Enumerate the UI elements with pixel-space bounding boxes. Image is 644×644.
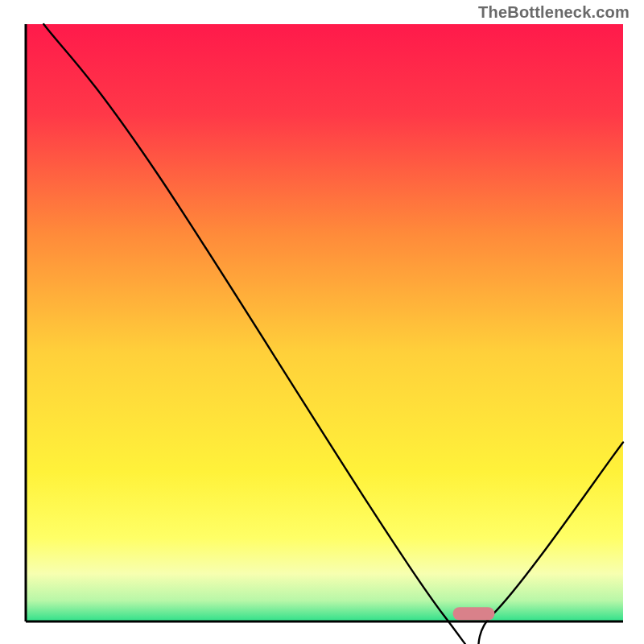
chart-container: TheBottleneck.com [0,0,644,644]
sweet-spot-marker [453,607,495,620]
bottleneck-chart-svg [0,0,644,644]
watermark-text: TheBottleneck.com [478,3,630,22]
